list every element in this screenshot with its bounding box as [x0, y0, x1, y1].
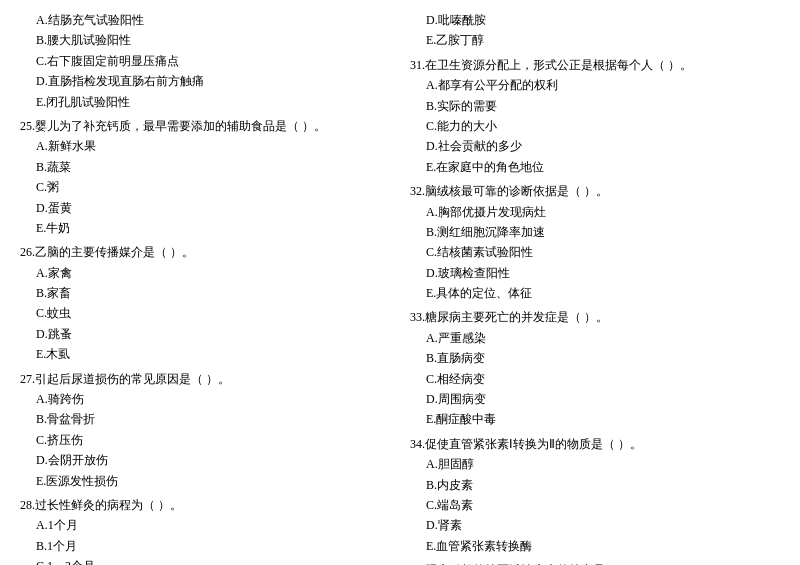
question-block: 26.乙脑的主要传播媒介是（ ）。A.家禽B.家畜C.蚊虫D.跳蚤E.木虱 — [20, 242, 390, 364]
question-title: 28.过长性鲜灸的病程为（ ）。 — [20, 495, 390, 515]
question-block: 31.在卫生资源分配上，形式公正是根据每个人（ ）。A.都享有公平分配的权利B.… — [410, 55, 780, 177]
question-option: B.内皮素 — [410, 475, 780, 495]
question-option: E.血管紧张素转换酶 — [410, 536, 780, 556]
question-option: D.玻璃检查阳性 — [410, 263, 780, 283]
question-option: C.右下腹固定前明显压痛点 — [20, 51, 390, 71]
question-option: E.具体的定位、体征 — [410, 283, 780, 303]
question-title: 32.脑绒核最可靠的诊断依据是（ ）。 — [410, 181, 780, 201]
question-option: E.乙胺丁醇 — [410, 30, 780, 50]
question-option: C.蚊虫 — [20, 303, 390, 323]
question-option: E.在家庭中的角色地位 — [410, 157, 780, 177]
question-block: 32.脑绒核最可靠的诊断依据是（ ）。A.胸部优摄片发现病灶B.测红细胞沉降率加… — [410, 181, 780, 303]
question-option: A.结肠充气试验阳性 — [20, 10, 390, 30]
question-option: A.胆固醇 — [410, 454, 780, 474]
question-title: 33.糖尿病主要死亡的并发症是（ ）。 — [410, 307, 780, 327]
question-option: A.新鲜水果 — [20, 136, 390, 156]
question-option: A.严重感染 — [410, 328, 780, 348]
question-option: E.牛奶 — [20, 218, 390, 238]
question-option: C.粥 — [20, 177, 390, 197]
question-title: 27.引起后尿道损伤的常见原因是（ ）。 — [20, 369, 390, 389]
question-title: 31.在卫生资源分配上，形式公正是根据每个人（ ）。 — [410, 55, 780, 75]
question-option: B.蔬菜 — [20, 157, 390, 177]
question-option: B.实际的需要 — [410, 96, 780, 116]
question-option: D.直肠指检发现直肠右前方触痛 — [20, 71, 390, 91]
question-option: D.社会贡献的多少 — [410, 136, 780, 156]
question-title: 25.婴儿为了补充钙质，最早需要添加的辅助食品是（ ）。 — [20, 116, 390, 136]
question-option: B.腰大肌试验阳性 — [20, 30, 390, 50]
question-block: 28.过长性鲜灸的病程为（ ）。A.1个月B.1个月C.1～3个月D.3个月E.… — [20, 495, 390, 565]
question-option: A.都享有公平分配的权利 — [410, 75, 780, 95]
question-option: C.1～3个月 — [20, 556, 390, 565]
question-option: B.家畜 — [20, 283, 390, 303]
question-block: 25.婴儿为了补充钙质，最早需要添加的辅助食品是（ ）。A.新鲜水果B.蔬菜C.… — [20, 116, 390, 238]
question-option: B.骨盆骨折 — [20, 409, 390, 429]
question-block: 35.肥癫引起的枕区域性癫痫的特点是（ ）。A.持续性独鸣或框痛B.间歇性眩晕C… — [410, 560, 780, 565]
question-option: A.胸部优摄片发现病灶 — [410, 202, 780, 222]
question-title: 35.肥癫引起的枕区域性癫痫的特点是（ ）。 — [410, 560, 780, 565]
question-option: A.家禽 — [20, 263, 390, 283]
question-option: E.闭孔肌试验阳性 — [20, 92, 390, 112]
question-block: 34.促使直管紧张素Ⅰ转换为Ⅱ的物质是（ ）。A.胆固醇B.内皮素C.端岛素D.… — [410, 434, 780, 556]
question-option: D.跳蚤 — [20, 324, 390, 344]
page-container: A.结肠充气试验阳性B.腰大肌试验阳性C.右下腹固定前明显压痛点D.直肠指检发现… — [20, 10, 780, 565]
question-option: E.酮症酸中毒 — [410, 409, 780, 429]
question-option: C.挤压伤 — [20, 430, 390, 450]
question-option: C.能力的大小 — [410, 116, 780, 136]
right-column: D.吡嗪酰胺E.乙胺丁醇31.在卫生资源分配上，形式公正是根据每个人（ ）。A.… — [410, 10, 780, 565]
two-column-layout: A.结肠充气试验阳性B.腰大肌试验阳性C.右下腹固定前明显压痛点D.直肠指检发现… — [20, 10, 780, 565]
question-block: A.结肠充气试验阳性B.腰大肌试验阳性C.右下腹固定前明显压痛点D.直肠指检发现… — [20, 10, 390, 112]
question-option: D.吡嗪酰胺 — [410, 10, 780, 30]
question-option: B.测红细胞沉降率加速 — [410, 222, 780, 242]
left-column: A.结肠充气试验阳性B.腰大肌试验阳性C.右下腹固定前明显压痛点D.直肠指检发现… — [20, 10, 390, 565]
question-option: B.直肠病变 — [410, 348, 780, 368]
question-option: D.肾素 — [410, 515, 780, 535]
question-option: E.医源发性损伤 — [20, 471, 390, 491]
question-block: 33.糖尿病主要死亡的并发症是（ ）。A.严重感染B.直肠病变C.相经病变D.周… — [410, 307, 780, 429]
question-option: C.端岛素 — [410, 495, 780, 515]
question-block: D.吡嗪酰胺E.乙胺丁醇 — [410, 10, 780, 51]
question-option: D.蛋黄 — [20, 198, 390, 218]
question-block: 27.引起后尿道损伤的常见原因是（ ）。A.骑跨伤B.骨盆骨折C.挤压伤D.会阴… — [20, 369, 390, 491]
question-option: D.周围病变 — [410, 389, 780, 409]
question-option: C.结核菌素试验阳性 — [410, 242, 780, 262]
question-title: 34.促使直管紧张素Ⅰ转换为Ⅱ的物质是（ ）。 — [410, 434, 780, 454]
question-option: E.木虱 — [20, 344, 390, 364]
question-option: A.1个月 — [20, 515, 390, 535]
question-option: C.相经病变 — [410, 369, 780, 389]
question-option: B.1个月 — [20, 536, 390, 556]
question-title: 26.乙脑的主要传播媒介是（ ）。 — [20, 242, 390, 262]
question-option: A.骑跨伤 — [20, 389, 390, 409]
question-option: D.会阴开放伤 — [20, 450, 390, 470]
